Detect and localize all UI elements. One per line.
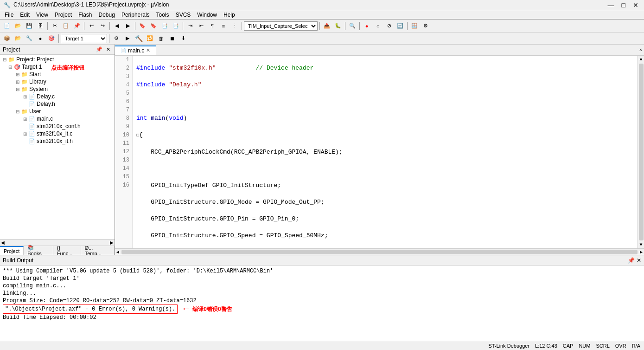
format3-button[interactable]: ⋮ — [230, 21, 240, 31]
tab-project[interactable]: Project — [0, 246, 24, 255]
tree-toggle[interactable]: ⊟ — [8, 65, 14, 70]
rebuild-button[interactable]: 🔁 — [145, 33, 155, 44]
tab-pin-icon[interactable]: × — [637, 46, 644, 54]
panel-close-icon[interactable]: ✕ — [105, 46, 112, 53]
build-pin-icon[interactable]: 📌 — [628, 257, 635, 264]
cut-button[interactable]: ✂ — [50, 21, 60, 31]
tree-item-mainc[interactable]: ⊞ 📄 main.c — [1, 115, 114, 123]
undo-button[interactable]: ↩ — [86, 21, 96, 31]
clean-button[interactable]: 🗑 — [156, 33, 166, 44]
bookmark2-button[interactable]: 🔖 — [148, 21, 159, 31]
find-button[interactable]: 🔍 — [347, 21, 357, 31]
tree-item-system[interactable]: ⊟ 📁 System — [1, 85, 114, 93]
scroll-thumb[interactable] — [639, 64, 644, 240]
menu-peripherals[interactable]: Peripherals — [119, 11, 153, 19]
target-dropdown[interactable]: Target 1 — [61, 34, 107, 43]
new-file-button[interactable]: 📄 — [2, 21, 12, 31]
nav-forward-button[interactable]: ▶ — [123, 21, 133, 31]
close-button[interactable]: ✕ — [631, 1, 640, 9]
bookmark3-button[interactable]: 📑 — [159, 21, 170, 31]
tree-item-ith[interactable]: 📄 stm32f10x_it.h — [1, 137, 114, 145]
save-all-button[interactable]: 🗄 — [35, 21, 45, 31]
window-controls[interactable]: — □ ✕ — [606, 1, 640, 9]
nav-back-button[interactable]: ◀ — [112, 21, 122, 31]
bookmark-button[interactable]: 🔖 — [137, 21, 147, 31]
run-stop-button[interactable]: ● — [362, 21, 372, 31]
menu-edit[interactable]: Edit — [17, 11, 32, 19]
format-button[interactable]: ¶ — [207, 21, 217, 31]
menu-flash[interactable]: Flash — [76, 11, 95, 19]
run-button[interactable]: ○ — [373, 21, 383, 31]
scroll-down-icon[interactable]: ▼ — [638, 241, 643, 248]
vertical-scrollbar[interactable]: ▲ ▼ — [638, 56, 644, 248]
tree-scroll-left[interactable]: ◀ — [1, 240, 5, 245]
tab-templ[interactable]: Ø... Temp... — [81, 246, 115, 255]
tree-toggle[interactable]: ⊞ — [16, 72, 21, 77]
window-button[interactable]: 🪟 — [409, 21, 420, 31]
tree-item-delayc[interactable]: ⊞ 📄 Delay.c — [1, 93, 114, 100]
reset-button[interactable]: 🔄 — [395, 21, 405, 31]
tree-toggle[interactable]: ⊟ — [3, 57, 8, 62]
panel-pin-icon[interactable]: 📌 — [95, 46, 104, 53]
minimize-button[interactable]: — — [606, 1, 616, 9]
code-editor[interactable]: #include "stm32f10x.h" // Device header … — [133, 56, 638, 248]
halt-button[interactable]: ⊘ — [384, 21, 394, 31]
scroll-left-icon[interactable]: ◀ — [115, 249, 121, 255]
open-button[interactable]: 📂 — [13, 21, 23, 31]
redo-button[interactable]: ↪ — [97, 21, 108, 31]
tree-item-delayh[interactable]: 📄 Delay.h — [1, 100, 114, 108]
tree-item-user[interactable]: ⊟ 📁 User — [1, 108, 114, 115]
build-btn[interactable]: 🔨 — [134, 33, 144, 44]
copy-button[interactable]: 📋 — [61, 21, 71, 31]
load-button[interactable]: 📥 — [322, 21, 332, 31]
bookmark4-button[interactable]: 📑 — [171, 21, 181, 31]
menu-help[interactable]: Help — [221, 11, 238, 19]
tree-item-target1[interactable]: ⊟ 🎯 Target 1 — [1, 63, 114, 71]
scroll-up-icon[interactable]: ▲ — [638, 56, 643, 63]
tab-books[interactable]: 📚 Books — [24, 246, 53, 255]
build-target-button[interactable]: 🎯 — [46, 33, 57, 44]
build-debug-button[interactable]: ● — [35, 33, 45, 44]
tree-item-confh[interactable]: 📄 stm32f10x_conf.h — [1, 123, 114, 130]
settings-button[interactable]: ⚙ — [421, 21, 431, 31]
menu-window[interactable]: Window — [194, 11, 220, 19]
format2-button[interactable]: ≡ — [218, 21, 229, 31]
code-view[interactable]: 1 2 3 4 5 6 7 8 9 10 11 12 13 14 15 16 #… — [115, 56, 644, 248]
tree-toggle[interactable]: ⊞ — [23, 131, 29, 136]
build-close-icon[interactable]: ✕ — [637, 257, 641, 264]
tree-toggle[interactable]: ⊞ — [23, 94, 29, 99]
menu-file[interactable]: File — [2, 11, 16, 19]
menu-debug[interactable]: Debug — [96, 11, 118, 19]
tab-close-icon[interactable]: ✕ — [146, 47, 150, 53]
build-open-button[interactable]: 📂 — [13, 33, 23, 44]
tree-item-start[interactable]: ⊞ 📁 Start — [1, 71, 114, 78]
tim-dropdown[interactable]: TIM_Input_Capture_Selec — [244, 21, 318, 31]
tree-toggle[interactable]: ⊟ — [16, 109, 21, 114]
scroll-hthumb[interactable] — [121, 250, 638, 254]
tree-toggle[interactable]: ⊞ — [23, 117, 29, 122]
menu-svcs[interactable]: SVCS — [173, 11, 194, 19]
editor-tab-mainc[interactable]: 📄 main.c ✕ — [115, 45, 156, 55]
build-expand-button[interactable]: 📦 — [2, 33, 12, 44]
tree-item-itc[interactable]: ⊞ 📄 stm32f10x_it.c — [1, 130, 114, 137]
outdent-button[interactable]: ⇤ — [196, 21, 206, 31]
save-button[interactable]: 💾 — [24, 21, 34, 31]
tree-toggle[interactable]: ⊞ — [16, 79, 21, 84]
tree-item-library[interactable]: ⊞ 📁 Library — [1, 78, 114, 85]
build-settings-button[interactable]: 🔧 — [24, 33, 34, 44]
manage-button[interactable]: ⚙ — [111, 33, 121, 44]
scroll-right-icon[interactable]: ▶ — [638, 249, 644, 255]
maximize-button[interactable]: □ — [620, 1, 627, 9]
paste-button[interactable]: 📌 — [72, 21, 82, 31]
debug-button[interactable]: 🐛 — [333, 21, 343, 31]
download-button[interactable]: ⬇ — [178, 33, 188, 44]
batch-build-button[interactable]: ▶ — [122, 33, 133, 44]
menu-tools[interactable]: Tools — [153, 11, 172, 19]
horizontal-scrollbar[interactable]: ◀ ▶ — [115, 248, 644, 255]
tree-toggle[interactable]: ⊟ — [16, 87, 21, 92]
menu-project[interactable]: Project — [52, 11, 75, 19]
stop-button[interactable]: ⏹ — [167, 33, 177, 44]
tab-funcs[interactable]: {} Func... — [53, 246, 81, 255]
tree-item-project[interactable]: ⊟ 📁 Project: Project — [1, 56, 114, 63]
indent-button[interactable]: ⇥ — [185, 21, 195, 31]
